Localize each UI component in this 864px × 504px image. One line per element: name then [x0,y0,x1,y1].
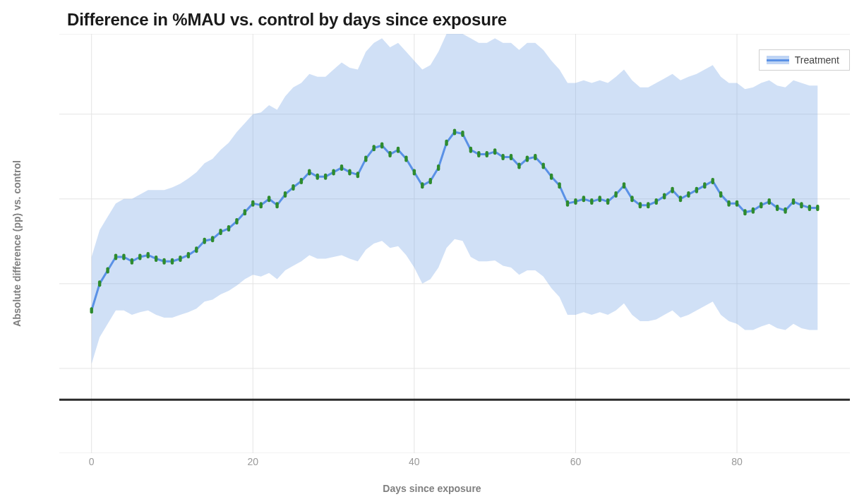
svg-rect-53 [429,178,432,184]
svg-rect-89 [719,191,722,198]
svg-rect-74 [599,196,601,202]
svg-rect-12 [98,280,101,287]
x-tick-0: 0 [89,456,95,467]
svg-rect-44 [356,172,359,178]
svg-rect-21 [171,258,174,265]
svg-rect-26 [211,236,214,242]
x-tick-60: 60 [570,456,582,467]
svg-rect-81 [655,198,658,205]
svg-rect-78 [630,196,633,202]
svg-rect-97 [784,208,786,214]
svg-rect-39 [316,174,319,180]
x-tick-80: 80 [731,456,743,467]
svg-rect-40 [324,174,327,180]
plot-svg [59,34,850,453]
svg-rect-85 [687,191,690,198]
svg-rect-77 [623,182,625,188]
svg-rect-69 [558,182,560,188]
svg-rect-57 [461,131,464,137]
svg-rect-84 [679,196,682,202]
svg-rect-37 [300,178,303,184]
y-axis-label: Absolute difference (pp) vs. control [11,160,23,327]
svg-rect-95 [768,198,771,205]
svg-rect-35 [284,191,287,198]
svg-rect-46 [373,145,376,151]
svg-rect-96 [776,205,779,211]
svg-rect-48 [388,151,391,157]
svg-rect-51 [413,169,416,175]
svg-rect-63 [510,154,512,160]
svg-rect-38 [308,169,311,175]
svg-rect-54 [437,164,440,171]
svg-rect-62 [501,154,504,160]
svg-rect-72 [582,196,585,202]
svg-rect-49 [397,147,400,153]
svg-rect-11 [90,307,93,313]
svg-rect-58 [469,147,472,153]
svg-rect-92 [743,209,746,215]
svg-rect-64 [517,163,520,169]
svg-rect-31 [251,200,254,207]
svg-rect-94 [760,202,762,208]
svg-rect-23 [187,252,190,258]
x-tick-40: 40 [409,456,420,467]
svg-rect-79 [639,202,642,208]
svg-rect-14 [114,253,117,260]
svg-rect-66 [534,154,536,160]
svg-rect-67 [542,163,545,169]
svg-rect-83 [671,187,673,193]
svg-rect-86 [695,187,698,193]
svg-rect-20 [162,258,165,265]
svg-rect-27 [219,229,222,235]
svg-rect-68 [550,174,553,180]
svg-rect-61 [493,148,496,155]
svg-rect-60 [486,151,488,157]
svg-rect-100 [808,205,811,211]
x-axis-label: Days since exposure [383,483,481,494]
svg-rect-47 [380,142,383,148]
svg-rect-30 [244,209,246,215]
svg-rect-73 [590,198,593,205]
x-tick-20: 20 [247,456,258,467]
svg-rect-98 [792,198,795,205]
svg-rect-41 [332,169,335,175]
svg-rect-75 [606,198,609,205]
legend: Treatment [759,49,850,71]
chart-title: Difference in %MAU vs. control by days s… [67,10,507,30]
legend-label: Treatment [795,54,839,66]
svg-rect-93 [752,208,755,214]
chart-container: Difference in %MAU vs. control by days s… [0,0,864,504]
svg-rect-56 [453,129,456,136]
svg-rect-80 [647,202,649,208]
svg-rect-59 [477,151,480,157]
svg-rect-36 [292,184,294,191]
svg-rect-17 [138,253,141,260]
svg-rect-76 [614,191,617,198]
svg-rect-22 [179,256,181,262]
svg-rect-25 [203,238,206,244]
svg-rect-15 [122,253,125,260]
svg-rect-71 [574,198,577,205]
svg-rect-82 [663,193,666,200]
svg-rect-13 [106,267,109,273]
svg-rect-24 [195,246,198,253]
svg-rect-42 [340,164,343,171]
svg-rect-70 [566,200,569,207]
svg-rect-50 [404,155,407,162]
svg-rect-34 [275,202,278,208]
svg-rect-32 [260,202,263,208]
plot-area [59,34,850,453]
svg-rect-88 [712,178,714,184]
svg-rect-99 [800,202,803,208]
svg-rect-16 [131,258,133,265]
legend-swatch-icon [767,56,789,64]
svg-rect-29 [235,218,238,224]
svg-rect-90 [727,200,730,207]
svg-rect-18 [147,252,150,258]
svg-rect-52 [421,182,424,188]
svg-rect-91 [736,200,738,207]
svg-rect-45 [364,155,367,162]
svg-rect-19 [155,256,157,262]
svg-rect-65 [526,155,529,162]
svg-rect-101 [816,205,819,211]
